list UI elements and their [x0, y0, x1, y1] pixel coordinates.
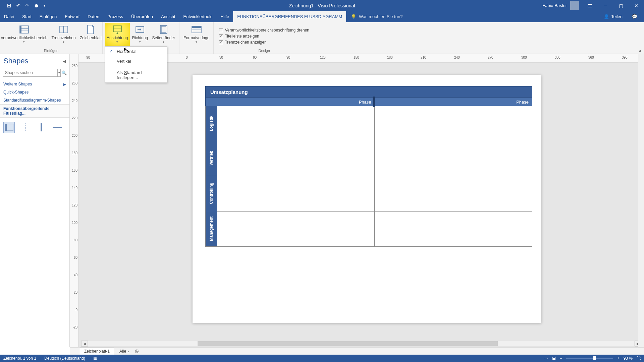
lane-cell[interactable] — [217, 106, 374, 141]
tell-me[interactable]: 💡 Was möchten Sie tun? — [346, 11, 407, 22]
search-input[interactable] — [3, 69, 58, 77]
search-icon[interactable]: 🔍 — [61, 69, 67, 77]
ribbon-richtung[interactable]: Richtung▾ — [130, 23, 150, 48]
canvas[interactable]: Umsatzplanung Phase Phase Logistik Vertr… — [78, 63, 644, 340]
page-tab-1[interactable]: Zeichenblatt-1 — [80, 348, 114, 355]
lane-cell[interactable] — [374, 106, 532, 141]
zoom-out-icon[interactable]: − — [560, 356, 562, 361]
cross-functional-flowchart[interactable]: Umsatzplanung Phase Phase Logistik Vertr… — [205, 86, 532, 247]
zoom-slider[interactable] — [566, 358, 613, 359]
ribbon-ausrichtung[interactable]: Ausrichtung▾ — [105, 23, 130, 48]
minimize-icon[interactable]: ─ — [598, 0, 613, 11]
qat-more-icon[interactable]: ▾ — [44, 4, 45, 7]
zoom-value[interactable]: 93 % — [624, 356, 633, 361]
tab-ueberpruefen[interactable]: Überprüfen — [127, 11, 157, 22]
tab-prozess[interactable]: Prozess — [103, 11, 127, 22]
stencil-sep-v[interactable] — [19, 122, 31, 133]
tab-einfuegen[interactable]: Einfügen — [36, 11, 61, 22]
lane-head-1[interactable]: Logistik — [206, 106, 217, 141]
phase-2[interactable]: Phase — [375, 98, 532, 106]
stencil-swimlane[interactable] — [3, 122, 15, 133]
search-dd-icon[interactable]: ▾ — [58, 69, 61, 77]
cat-weitere[interactable]: Weitere Shapes▶ — [0, 80, 69, 88]
save-icon[interactable] — [7, 3, 12, 8]
ribbon-verantwortlichkeitsbereich[interactable]: Verantwortlichkeitsbereich▾ — [0, 23, 49, 48]
dd-separator — [105, 67, 167, 67]
scroll-thumb[interactable] — [198, 341, 498, 346]
chk-separators[interactable]: ✓Trennzeichen anzeigen — [219, 39, 309, 45]
comments-icon[interactable]: 💬 — [629, 14, 641, 19]
drawing-page[interactable]: Umsatzplanung Phase Phase Logistik Vertr… — [193, 75, 541, 323]
new-page-icon[interactable]: ⊕ — [135, 348, 139, 354]
share-button[interactable]: 👤 Teilen — [600, 14, 627, 19]
bulb-icon: 💡 — [351, 14, 356, 19]
lane-cell[interactable] — [217, 212, 374, 246]
account-button[interactable]: Fabio Basler — [539, 1, 582, 10]
avatar — [570, 1, 579, 10]
cat-quick[interactable]: Quick-Shapes — [0, 88, 69, 96]
ribbon-label: Trennzeichen — [51, 36, 75, 40]
print-icon[interactable] — [34, 3, 39, 8]
fit-window-icon[interactable]: ⛶ — [637, 356, 641, 361]
ribbon-seitenraender[interactable]: Seitenränder▾ — [150, 23, 177, 48]
lane-head-3[interactable]: Controlling — [206, 176, 217, 211]
cat-standard[interactable]: Standardflussdiagramm-Shapes — [0, 96, 69, 104]
ribbon-group-label: Einfügen — [44, 48, 58, 54]
lane-head-4[interactable]: Management — [206, 211, 217, 246]
svg-rect-13 — [113, 26, 121, 32]
dd-standard[interactable]: Als Standard festlegen... — [105, 68, 167, 82]
chk-titlebar[interactable]: ✓Titelleiste anzeigen — [219, 33, 309, 39]
tab-daten[interactable]: Daten — [84, 11, 103, 22]
svg-rect-0 — [8, 4, 10, 5]
tab-start[interactable]: Start — [18, 11, 35, 22]
lane-head-2[interactable]: Vertrieb — [206, 141, 217, 176]
title-bar: ↶ ↷ ▾ Zeichnung1 - Visio Professional Fa… — [0, 0, 644, 11]
undo-icon[interactable]: ↶ — [16, 3, 20, 8]
tab-hilfe[interactable]: Hilfe — [216, 11, 233, 22]
ribbon-formatvorlage[interactable]: Formatvorlage▾ — [181, 23, 211, 48]
language-indicator[interactable]: Deutsch (Deutschland) — [44, 356, 85, 361]
dd-vertikal[interactable]: Vertikal — [105, 56, 167, 66]
zoom-thumb[interactable] — [593, 356, 596, 360]
scroll-track[interactable] — [88, 341, 635, 347]
zoom-in-icon[interactable]: + — [617, 356, 620, 361]
tab-entwurf[interactable]: Entwurf — [61, 11, 84, 22]
cat-funktions[interactable]: Funktionsübergreifende Flussdiag... — [0, 104, 69, 118]
ribbon-group-label: Design — [259, 48, 270, 54]
stencil-sep-v2[interactable] — [36, 122, 47, 133]
presentation-icon[interactable]: ▭ — [544, 356, 548, 361]
tab-ansicht[interactable]: Ansicht — [157, 11, 179, 22]
ribbon-label: Ausrichtung — [107, 36, 128, 40]
shapes-title: Shapes — [3, 57, 29, 65]
tab-entwicklertools[interactable]: Entwicklertools — [179, 11, 217, 22]
page-tab-all[interactable]: Alle▴ — [117, 349, 131, 354]
close-icon[interactable]: ✕ — [629, 0, 644, 11]
chk-rotate-label[interactable]: Verantwortlichkeitsbereichsbeschriftung … — [219, 27, 309, 33]
scroll-left-icon[interactable]: ◀ — [81, 341, 88, 347]
v-scrollbar[interactable] — [638, 54, 644, 347]
cff-title[interactable]: Umsatzplanung — [205, 86, 532, 98]
dd-horizontal[interactable]: Horizontal — [105, 47, 167, 56]
phase-1[interactable]: Phase — [217, 98, 375, 106]
vertical-ruler: 280260240220200180160140120100806040200-… — [70, 54, 78, 347]
h-scrollbar[interactable]: ◀ ▶ — [81, 340, 641, 347]
collapse-ribbon-icon[interactable]: ▲ — [638, 48, 642, 52]
ribbon-display-icon[interactable] — [582, 0, 598, 11]
fit-page-icon[interactable]: ▣ — [552, 356, 556, 361]
macro-icon[interactable]: ▦ — [93, 356, 97, 361]
lane-cell[interactable] — [217, 141, 374, 176]
ribbon-trennzeichen[interactable]: Trennzeichen▾ — [49, 23, 77, 48]
checkbox-icon — [219, 28, 223, 32]
stencil-sep-h[interactable] — [52, 122, 63, 133]
ribbon-zeichenblatt[interactable]: Zeichenblatt — [78, 23, 104, 48]
maximize-icon[interactable]: ▢ — [613, 0, 629, 11]
lane-cell[interactable] — [374, 141, 532, 176]
lane-cell[interactable] — [374, 176, 532, 211]
svg-rect-1 — [8, 6, 10, 7]
lane-cell[interactable] — [217, 176, 374, 211]
tab-datei[interactable]: Datei — [0, 11, 18, 22]
tab-funktionsuebergreifendes[interactable]: FUNKTIONSÜBERGREIFENDES FLUSSDIAGRAMM — [233, 11, 346, 22]
collapse-shapes-icon[interactable]: ◀ — [63, 59, 66, 64]
lane-cell[interactable] — [374, 212, 532, 246]
redo-icon[interactable]: ↷ — [25, 3, 29, 8]
